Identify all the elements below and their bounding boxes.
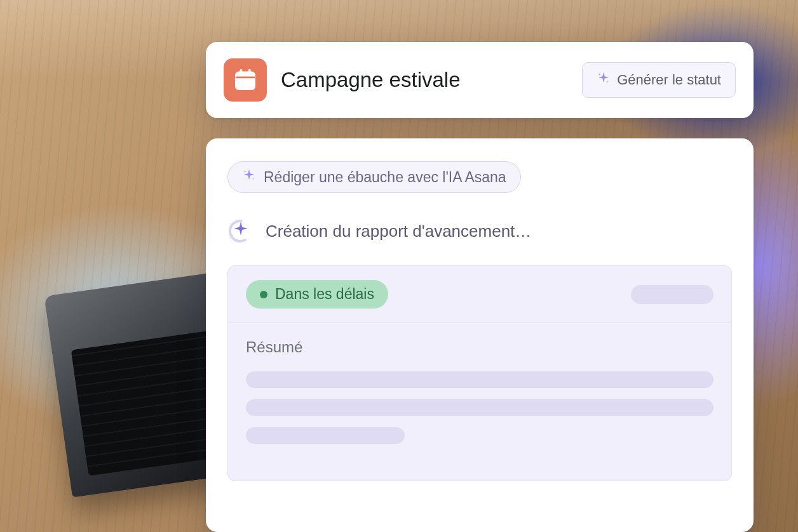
calendar-icon xyxy=(224,58,267,102)
status-label: Dans les délais xyxy=(275,286,374,303)
progress-row: Création du rapport d'avancement… xyxy=(227,218,732,244)
summary-heading: Résumé xyxy=(246,338,713,356)
svg-rect-0 xyxy=(236,72,254,89)
skeleton-line xyxy=(246,371,713,388)
status-dot-icon xyxy=(260,291,267,298)
skeleton-line xyxy=(246,399,713,416)
ai-draft-button[interactable]: Rédiger une ébauche avec l'IA Asana xyxy=(227,161,521,193)
project-header-card: Campagne estivale Générer le statut xyxy=(206,42,754,118)
generate-status-button[interactable]: Générer le statut xyxy=(582,62,736,98)
skeleton-line xyxy=(246,427,405,444)
project-title: Campagne estivale xyxy=(281,68,568,92)
report-panel-header: Dans les délais xyxy=(228,266,731,323)
report-panel-body: Résumé xyxy=(228,323,731,481)
progress-text: Création du rapport d'avancement… xyxy=(266,222,531,241)
report-panel: Dans les délais Résumé xyxy=(227,265,732,481)
sparkle-icon xyxy=(242,168,256,186)
placeholder-chip xyxy=(631,285,713,304)
status-body-card: Rédiger une ébauche avec l'IA Asana Créa… xyxy=(206,138,754,532)
spinner-icon xyxy=(227,218,253,244)
sparkle-icon xyxy=(597,71,611,89)
status-badge: Dans les délais xyxy=(246,280,388,309)
ai-draft-label: Rédiger une ébauche avec l'IA Asana xyxy=(264,169,506,186)
generate-status-label: Générer le statut xyxy=(617,72,721,88)
